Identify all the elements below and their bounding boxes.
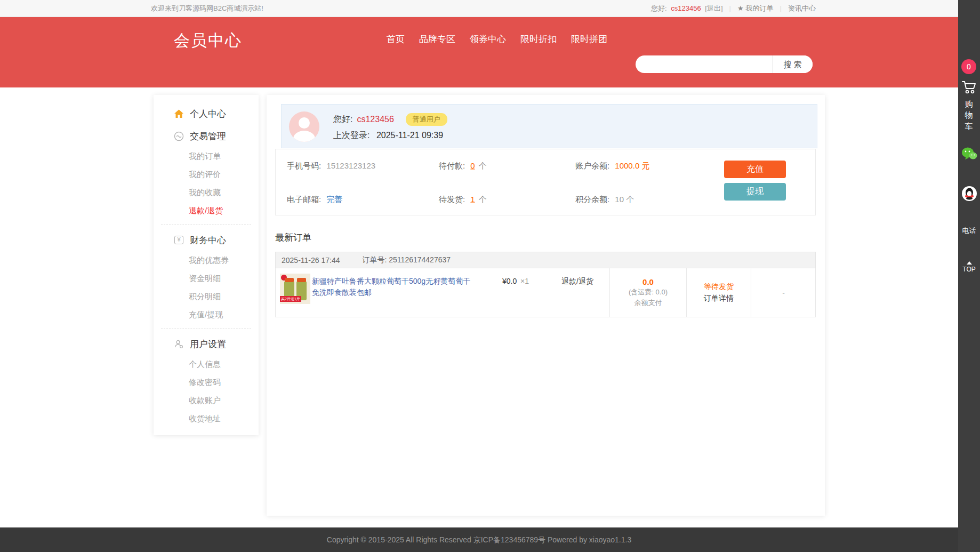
nav-item-group-buy[interactable]: 限时拼团	[571, 33, 607, 46]
star-icon: ★	[737, 4, 744, 12]
topbar-my-orders-link[interactable]: ★我的订单	[737, 4, 774, 13]
search-button[interactable]: 搜 索	[772, 55, 813, 73]
sidebar-item-change-password[interactable]: 修改密码	[154, 373, 259, 391]
profile-username: cs123456	[357, 115, 393, 124]
sidebar-item-my-coupons[interactable]: 我的优惠券	[154, 251, 259, 269]
nav-item-coupon-center[interactable]: 领券中心	[470, 33, 506, 46]
sidebar-item-my-favorites[interactable]: 我的收藏	[154, 183, 259, 202]
sidebar-section-personal-center[interactable]: 个人中心	[154, 102, 259, 125]
unit-price: ¥0.0	[502, 277, 517, 285]
latest-orders-title: 最新订单	[275, 231, 311, 244]
shipping-note: (含运费: 0.0)	[629, 287, 668, 297]
sidebar-section-user-settings[interactable]: 用户设置	[154, 333, 259, 355]
divider: |	[780, 4, 782, 12]
account-sidebar: 个人中心 交易管理 我的订单 我的评价 我的收藏 退款/退货 ¥ 财务中心 我的…	[154, 95, 259, 435]
points-value: 10 个	[615, 194, 634, 203]
order-no-value: 251126174427637	[389, 255, 451, 264]
withdraw-button[interactable]: 提现	[724, 183, 786, 201]
phone-value: 15123123123	[326, 161, 375, 170]
order-row: 买2斤送1斤 新疆特产吐鲁番大颗粒葡萄干500g无籽黄萄葡干免洗即食散装包邮 ¥…	[275, 268, 816, 317]
divider: |	[729, 4, 731, 12]
nav-item-flash-discount[interactable]: 限时折扣	[520, 33, 557, 46]
balance-label: 账户余额:	[575, 161, 609, 170]
footer: Copyright © 2015-2025 All Rights Reserve…	[0, 527, 958, 552]
topbar-username: cs123456	[671, 4, 701, 12]
logout-link[interactable]: [退出]	[705, 4, 722, 12]
promo-ribbon: 买2斤送1斤	[280, 296, 301, 302]
extra-cell: -	[751, 268, 816, 317]
wechat-icon[interactable]	[958, 146, 980, 162]
order-amount: 0.0	[642, 277, 654, 286]
email-label: 电子邮箱:	[287, 194, 321, 203]
top-arrow-icon	[967, 261, 972, 265]
pending-payment-label: 待付款:	[439, 161, 465, 170]
points-label: 积分余额:	[575, 194, 609, 203]
main-panel: 您好: cs123456 普通用户 上次登录: 2025-11-21 09:39…	[267, 95, 825, 516]
pending-ship-label: 待发货:	[439, 194, 465, 203]
sidebar-item-points-details[interactable]: 积分明细	[154, 287, 259, 306]
sidebar-item-fund-details[interactable]: 资金明细	[154, 269, 259, 287]
balance-value: 1000.0 元	[615, 161, 649, 170]
order-status: 等待发货	[704, 282, 734, 292]
phone-contact[interactable]: 电话	[958, 226, 980, 236]
product-title-link[interactable]: 新疆特产吐鲁番大颗粒葡萄干500g无籽黄萄葡干免洗即食散装包邮	[312, 276, 472, 298]
payment-cell: 0.0 (含运费: 0.0) 余额支付	[609, 268, 686, 317]
sidebar-section-finance[interactable]: ¥ 财务中心	[154, 229, 259, 251]
divider	[161, 224, 251, 225]
recharge-button[interactable]: 充值	[724, 161, 786, 178]
float-toolbar: 0 购 物 车 电话 TOP	[958, 0, 980, 552]
quantity: ×1	[520, 277, 529, 285]
topbar: 欢迎来到刀客源码网B2C商城演示站! 您好: cs123456 [退出] | ★…	[0, 0, 958, 17]
sidebar-section-trade[interactable]: 交易管理	[154, 125, 259, 147]
nav-item-brand-zone[interactable]: 品牌专区	[419, 33, 455, 46]
order-type: 退款/退货	[545, 277, 609, 286]
product-thumbnail[interactable]: 买2斤送1斤	[280, 274, 310, 304]
qq-icon[interactable]	[958, 186, 980, 202]
pending-payment-count-link[interactable]: 0	[470, 161, 475, 170]
trade-icon	[174, 131, 184, 141]
last-login-label: 上次登录:	[333, 131, 369, 140]
site-header: 会员中心 首页 品牌专区 领券中心 限时折扣 限时拼团 搜 索	[0, 17, 958, 87]
sidebar-item-my-reviews[interactable]: 我的评价	[154, 165, 259, 183]
phone-label: 手机号码:	[287, 161, 321, 170]
status-cell: 等待发货 订单详情	[686, 268, 751, 317]
main-nav: 首页 品牌专区 领券中心 限时折扣 限时拼团	[387, 33, 607, 46]
page-title: 会员中心	[174, 30, 242, 52]
finance-icon: ¥	[174, 235, 184, 245]
search-input[interactable]	[636, 55, 772, 73]
account-info-box: 手机号码: 15123123123 待付款: 0 个 账户余额: 1000.0 …	[275, 149, 816, 215]
order-no-label: 订单号:	[363, 255, 387, 264]
sidebar-item-recharge-withdraw[interactable]: 充值/提现	[154, 306, 259, 324]
email-complete-link[interactable]: 完善	[326, 194, 342, 203]
order-header-row: 2025-11-26 17:44 订单号: 251126174427637	[275, 252, 816, 268]
topbar-news-link[interactable]: 资讯中心	[788, 4, 816, 13]
sidebar-item-refunds[interactable]: 退款/退货	[154, 202, 259, 220]
welcome-text: 欢迎来到刀客源码网B2C商城演示站!	[151, 4, 263, 13]
cart-icon[interactable]	[958, 80, 980, 95]
cart-label[interactable]: 购 物 车	[958, 99, 980, 133]
nav-item-home[interactable]: 首页	[387, 33, 405, 46]
greeting: 您好: cs123456 [退出]	[651, 4, 723, 13]
avatar	[289, 111, 319, 142]
pay-method: 余额支付	[634, 298, 662, 308]
search-box: 搜 索	[636, 55, 813, 73]
user-level-badge: 普通用户	[406, 113, 447, 126]
back-to-top-button[interactable]: TOP	[958, 261, 980, 273]
order-time: 2025-11-26 17:44	[282, 256, 340, 265]
sidebar-item-shipping-address[interactable]: 收货地址	[154, 410, 259, 428]
pending-ship-count-link[interactable]: 1	[470, 194, 475, 203]
last-login-value: 2025-11-21 09:39	[376, 131, 443, 140]
user-settings-icon	[174, 339, 184, 349]
sidebar-item-my-orders[interactable]: 我的订单	[154, 147, 259, 165]
order-detail-link[interactable]: 订单详情	[704, 294, 734, 303]
divider	[161, 328, 251, 329]
sidebar-item-personal-info[interactable]: 个人信息	[154, 355, 259, 373]
price-cell: ¥0.0 ×1	[478, 277, 553, 285]
home-icon	[174, 109, 184, 119]
greeting-label: 您好:	[333, 114, 352, 125]
cart-count-badge: 0	[961, 59, 976, 74]
sidebar-item-payment-account[interactable]: 收款账户	[154, 391, 259, 410]
user-summary-card: 您好: cs123456 普通用户 上次登录: 2025-11-21 09:39	[281, 104, 817, 148]
